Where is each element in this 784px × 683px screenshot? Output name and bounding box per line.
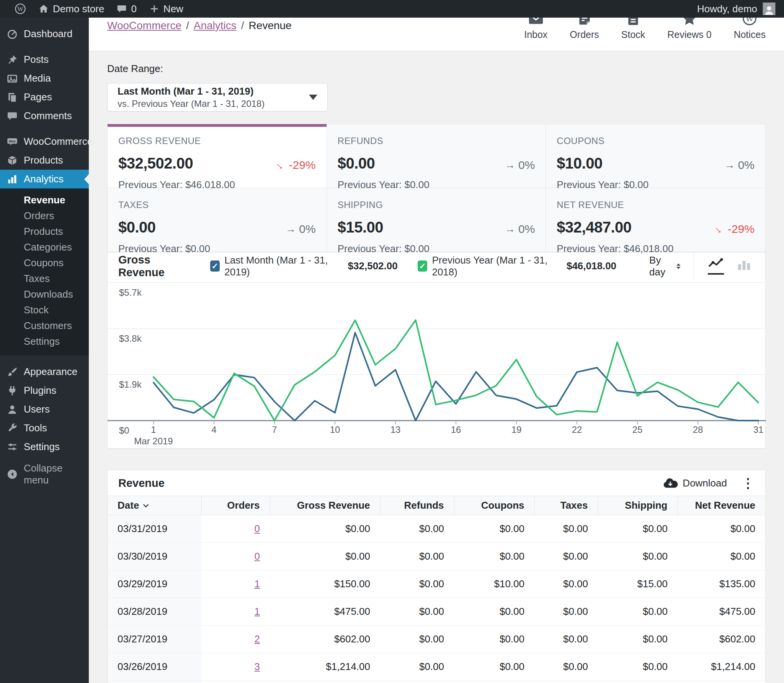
sidebar-item-users[interactable]: Users <box>0 400 89 419</box>
table-row-partial <box>108 681 765 683</box>
svg-text:W: W <box>17 5 23 13</box>
svg-text:10: 10 <box>330 424 340 435</box>
table-row: 03/31/2019 0 $0.00 $0.00 $0.00 $0.00 $0.… <box>108 515 765 543</box>
sidebar-item-label: Comments <box>24 110 72 122</box>
revenue-table-card: Revenue Download ⋮ <box>107 470 766 683</box>
sidebar-item-label: Posts <box>24 54 49 66</box>
submenu-item-products[interactable]: Products <box>0 224 89 239</box>
svg-text:Mar 2019: Mar 2019 <box>134 436 173 446</box>
orders-count-link[interactable]: 1 <box>255 606 260 617</box>
sidebar-item-label: Dashboard <box>24 28 72 40</box>
comments-menu[interactable]: 0 <box>110 0 142 18</box>
bar-chart-icon <box>6 173 18 185</box>
media-icon <box>6 72 18 85</box>
submenu-item-stock[interactable]: Stock <box>0 302 89 318</box>
svg-text:13: 13 <box>390 424 401 435</box>
submenu-item-settings[interactable]: Settings <box>0 334 89 349</box>
sidebar-item-dashboard[interactable]: Dashboard <box>0 25 89 43</box>
column-header-shipping[interactable]: Shipping <box>598 496 678 515</box>
summary-tile-coupons[interactable]: COUPONS $10.00 →0% Previous Year: $0.00 <box>546 124 765 188</box>
sidebar-item-label: Analytics <box>24 173 64 185</box>
download-button[interactable]: Download <box>663 477 727 489</box>
submenu-item-customers[interactable]: Customers <box>0 318 89 334</box>
wp-logo-menu[interactable]: W <box>8 0 32 18</box>
column-header-taxes[interactable]: Taxes <box>534 496 598 515</box>
checkbox-checked-icon[interactable]: ✓ <box>210 260 220 272</box>
column-header-date-sort[interactable]: Date <box>118 500 149 511</box>
summary-tile-gross-revenue[interactable]: GROSS REVENUE $32,502.00 →-29% Previous … <box>108 124 327 188</box>
column-header-coupons[interactable]: Coupons <box>454 496 534 515</box>
submenu-item-orders[interactable]: Orders <box>0 208 89 224</box>
sidebar-item-comments[interactable]: Comments <box>0 106 89 125</box>
analytics-submenu: Revenue Orders Products Categories Coupo… <box>0 188 89 355</box>
checkbox-checked-icon[interactable]: ✓ <box>418 260 428 272</box>
collapse-menu-button[interactable]: Collapse menu <box>0 465 89 483</box>
breadcrumb-analytics-link[interactable]: Analytics <box>194 20 237 32</box>
revenue-table: Date Orders Gross Revenue Refunds Coupon… <box>108 496 765 683</box>
sidebar-item-posts[interactable]: Posts <box>0 50 89 69</box>
trend-flat-icon: → <box>505 223 515 235</box>
sidebar-item-label: Pages <box>24 91 52 103</box>
submenu-item-categories[interactable]: Categories <box>0 239 89 255</box>
column-header-orders[interactable]: Orders <box>201 496 270 515</box>
svg-text:25: 25 <box>632 424 643 435</box>
table-header-row: Date Orders Gross Revenue Refunds Coupon… <box>108 496 765 515</box>
sidebar-item-appearance[interactable]: Appearance <box>0 362 89 381</box>
orders-count-link[interactable]: 2 <box>255 633 260 645</box>
submenu-item-coupons[interactable]: Coupons <box>0 255 89 271</box>
new-content-menu[interactable]: New <box>143 0 189 18</box>
legend-last-month[interactable]: ✓ Last Month (Mar 1 - 31, 2019) $32,502.… <box>210 254 398 278</box>
sidebar-item-pages[interactable]: Pages <box>0 88 89 106</box>
submenu-item-revenue[interactable]: Revenue <box>0 192 89 208</box>
breadcrumb-woocommerce-link[interactable]: WooCommerce <box>107 20 181 32</box>
svg-text:16: 16 <box>451 424 461 435</box>
trend-flat-icon: → <box>724 159 735 171</box>
sidebar-item-settings[interactable]: Settings <box>0 437 89 456</box>
wrench-icon <box>6 422 18 434</box>
orders-count-link[interactable]: 3 <box>255 661 260 672</box>
chart-title: Gross Revenue <box>118 254 193 279</box>
legend-previous-year[interactable]: ✓ Previous Year (Mar 1 - 31, 2018) $46,0… <box>418 254 616 278</box>
column-header-gross-revenue[interactable]: Gross Revenue <box>270 496 380 515</box>
sidebar-item-label: Products <box>24 154 63 166</box>
date-range-dropdown[interactable]: Last Month (Mar 1 - 31, 2019) vs. Previo… <box>107 83 328 111</box>
table-menu-ellipsis-icon[interactable]: ⋮ <box>742 477 755 490</box>
trend-down-icon: → <box>272 157 288 173</box>
orders-count-link[interactable]: 1 <box>255 578 260 590</box>
interval-select[interactable]: By day <box>636 254 694 278</box>
table-title: Revenue <box>118 477 165 490</box>
avatar[interactable] <box>763 2 776 15</box>
summary-tile-shipping[interactable]: SHIPPING $15.00 →0% Previous Year: $0.00 <box>327 188 546 252</box>
breadcrumb-current: Revenue <box>249 20 292 32</box>
summary-tile-net-revenue[interactable]: NET REVENUE $32,487.00 →-29% Previous Ye… <box>546 188 765 252</box>
sidebar-item-tools[interactable]: Tools <box>0 419 89 437</box>
submenu-item-downloads[interactable]: Downloads <box>0 287 89 302</box>
howdy-account-label[interactable]: Howdy, demo <box>697 3 757 15</box>
column-header-net-revenue[interactable]: Net Revenue <box>678 496 765 515</box>
orders-count-link[interactable]: 0 <box>255 523 260 534</box>
summary-tiles: GROSS REVENUE $32,502.00 →-29% Previous … <box>108 124 765 252</box>
date-range-comparison: vs. Previous Year (Mar 1 - 31, 2018) <box>118 98 265 109</box>
sidebar-item-analytics[interactable]: Analytics <box>0 170 89 188</box>
site-menu[interactable]: Demo store <box>32 0 110 18</box>
sidebar-item-products[interactable]: Products <box>0 151 89 170</box>
wp-admin-sidebar: Dashboard Posts Media Pages Comments Woo… <box>0 18 89 683</box>
sidebar-item-woocommerce[interactable]: Woo WooCommerce <box>0 132 89 151</box>
woocommerce-logo-icon: Woo <box>6 136 18 148</box>
download-cloud-icon <box>663 477 678 489</box>
table-row: 03/26/2019 3 $1,214.00 $0.00 $0.00 $0.00… <box>108 653 765 681</box>
submenu-item-taxes[interactable]: Taxes <box>0 271 89 287</box>
revenue-line-chart[interactable]: $5.7k$3.8k$1.9k$01471013161922252831Mar … <box>108 280 765 448</box>
summary-tile-taxes[interactable]: TAXES $0.00 →0% Previous Year: $0.00 <box>108 188 327 252</box>
chart-header: Gross Revenue ✓ Last Month (Mar 1 - 31, … <box>108 252 765 280</box>
line-chart-type-button[interactable] <box>708 258 724 275</box>
column-header-refunds[interactable]: Refunds <box>380 496 454 515</box>
plugin-icon <box>6 385 18 397</box>
svg-text:22: 22 <box>572 424 582 435</box>
bar-chart-type-button[interactable] <box>737 259 751 274</box>
summary-tile-refunds[interactable]: REFUNDS $0.00 →0% Previous Year: $0.00 <box>327 124 546 188</box>
comments-count: 0 <box>131 3 136 15</box>
sidebar-item-plugins[interactable]: Plugins <box>0 381 89 400</box>
orders-count-link[interactable]: 0 <box>255 550 260 562</box>
sidebar-item-media[interactable]: Media <box>0 69 89 88</box>
